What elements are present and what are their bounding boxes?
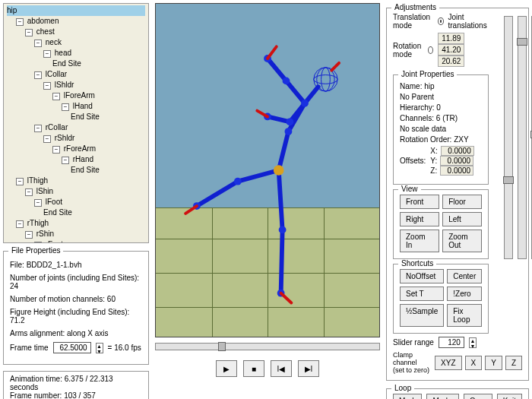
clamp-z-button[interactable]: Z <box>505 356 522 370</box>
hierarchy-tree[interactable]: hip − abdomen− chest− neck− head End Sit… <box>3 3 149 243</box>
tree-node-label: abdomen <box>25 17 59 25</box>
tree-node[interactable]: − rShldr <box>7 133 145 144</box>
tree-toggle-icon[interactable]: − <box>62 157 69 164</box>
transport-controls: ▶ ■ I◀ ▶I <box>154 356 382 382</box>
svg-line-30 <box>331 63 339 71</box>
tree-toggle-icon[interactable]: − <box>34 242 42 243</box>
tree-toggle-icon[interactable]: − <box>43 135 51 143</box>
zoom-in-button[interactable]: Zoom In <box>400 230 439 252</box>
tree-node[interactable]: − rForeArm <box>7 144 145 154</box>
slider-x[interactable] <box>504 16 513 259</box>
fixloop-button[interactable]: Fix Loop <box>447 304 482 327</box>
tree-node[interactable]: End Site <box>7 165 145 176</box>
tree-toggle-icon[interactable]: − <box>25 188 33 196</box>
tree-node[interactable]: − abdomen <box>7 16 145 27</box>
jp-scale: No scale data <box>400 125 482 133</box>
tree-toggle-icon[interactable]: − <box>16 220 24 228</box>
tree-toggle-icon[interactable]: − <box>52 93 60 100</box>
tree-node[interactable]: − lFoot <box>7 197 145 207</box>
tree-node[interactable]: − chest <box>7 27 145 37</box>
translation-mode-radio[interactable] <box>438 17 444 25</box>
play-button[interactable]: ▶ <box>216 360 237 377</box>
view-front-button[interactable]: Front <box>400 195 439 209</box>
tree-node[interactable]: − rShin <box>7 229 145 239</box>
center-button[interactable]: Center <box>447 269 482 283</box>
next-frame-button[interactable]: ▶I <box>298 360 319 377</box>
tree-node[interactable]: − lThigh <box>7 176 145 186</box>
tree-toggle-icon[interactable]: − <box>34 71 42 79</box>
stop-button[interactable]: ■ <box>243 360 264 377</box>
jp-channels: Channels: 6 (TR) <box>400 114 482 122</box>
rotation-mode-radio[interactable] <box>428 46 433 54</box>
tree-node[interactable]: − lCollar <box>7 69 145 80</box>
svg-line-28 <box>185 206 197 214</box>
tree-node-label: lShldr <box>52 81 74 89</box>
svg-line-8 <box>197 182 238 206</box>
view-legend: View <box>398 185 421 193</box>
tree-toggle-icon[interactable]: − <box>52 146 60 154</box>
tree-node-label: rShldr <box>52 134 74 142</box>
svg-point-20 <box>279 226 287 234</box>
status-bar: Animation time: 6.375 / 22.313 seconds F… <box>3 371 149 399</box>
tree-toggle-icon[interactable]: − <box>43 50 51 58</box>
set-t-button[interactable]: Set T <box>400 287 444 301</box>
tree-node[interactable]: − rThigh <box>7 218 145 229</box>
slider-range-input[interactable]: 120 <box>439 337 464 348</box>
tree-toggle-icon[interactable]: − <box>25 231 33 239</box>
svg-line-7 <box>238 170 279 182</box>
spinner-icon[interactable]: ▲▼ <box>96 343 103 353</box>
nooffset-button[interactable]: NoOffset <box>400 269 444 283</box>
view-floor-button[interactable]: Floor <box>442 195 482 209</box>
view-left-button[interactable]: Left <box>442 212 482 226</box>
tree-toggle-icon[interactable]: − <box>34 40 42 47</box>
tree-node[interactable]: − head <box>7 48 145 59</box>
tree-toggle-icon[interactable]: − <box>43 82 51 90</box>
jp-offsets: Offsets: X:0.0000 Y:0.0000 Z:0.0000 <box>400 146 482 176</box>
tree-toggle-icon[interactable]: − <box>16 18 24 26</box>
tree-node[interactable]: End Site <box>7 59 145 69</box>
figure-height: Figure Height (including End Sites): 71.… <box>10 308 142 325</box>
prev-frame-button[interactable]: I◀ <box>271 360 292 377</box>
svg-line-26 <box>268 46 277 59</box>
tree-node-label: lThigh <box>25 176 48 185</box>
mark-out-button[interactable]: Mark out <box>426 394 459 399</box>
jp-hierarchy: Hierarchy: 0 <box>400 103 482 112</box>
clamp-xyz-button[interactable]: XYZ <box>435 356 461 370</box>
tree-root-hip[interactable]: hip <box>7 5 145 16</box>
zoom-out-button[interactable]: Zoom Out <box>442 230 482 252</box>
clamp-y-button[interactable]: Y <box>485 356 502 370</box>
tree-toggle-icon[interactable]: − <box>34 199 42 207</box>
tree-toggle-icon[interactable]: − <box>25 29 33 36</box>
crop-button[interactable]: Crop <box>464 394 492 399</box>
tree-node[interactable]: − rFoot <box>7 239 145 243</box>
rotation-mode-label: Rotation mode <box>393 42 423 59</box>
knit-button[interactable]: Knit <box>497 394 522 399</box>
svg-point-16 <box>287 118 294 125</box>
tree-node[interactable]: End Site <box>7 207 145 218</box>
viewport-3d[interactable] <box>155 3 380 337</box>
tree-node[interactable]: − lForeArm <box>7 90 145 101</box>
tree-node[interactable]: − rCollar <box>7 122 145 133</box>
clamp-x-button[interactable]: X <box>465 356 483 370</box>
tree-toggle-icon[interactable]: − <box>62 103 69 111</box>
adjustments-panel: Adjustments Translation mode Joint trans… <box>386 8 529 381</box>
timeline-slider[interactable] <box>155 343 380 350</box>
view-right-button[interactable]: Right <box>400 212 439 226</box>
channel-count: Number of motion channels: 60 <box>10 295 142 303</box>
tree-node[interactable]: − lHand <box>7 101 145 112</box>
spinner-icon[interactable]: ▲▼ <box>469 337 477 348</box>
tree-node[interactable]: − lShin <box>7 186 145 197</box>
tree-node[interactable]: End Site <box>7 112 145 122</box>
tree-toggle-icon[interactable]: − <box>16 178 24 185</box>
tree-node[interactable]: − lShldr <box>7 80 145 90</box>
tree-toggle-icon[interactable]: − <box>34 125 42 132</box>
slider-y[interactable] <box>518 16 527 259</box>
frame-time-input[interactable]: 62.5000 <box>53 342 91 353</box>
mark-in-button[interactable]: Mark in <box>393 394 422 399</box>
tree-node[interactable]: − neck <box>7 37 145 48</box>
half-sample-button[interactable]: ½Sample <box>400 304 444 327</box>
fps-label: = 16.0 fps <box>108 344 141 352</box>
tree-node[interactable]: − rHand <box>7 154 145 165</box>
svg-point-14 <box>283 78 290 85</box>
zero-button[interactable]: !Zero <box>447 287 482 301</box>
